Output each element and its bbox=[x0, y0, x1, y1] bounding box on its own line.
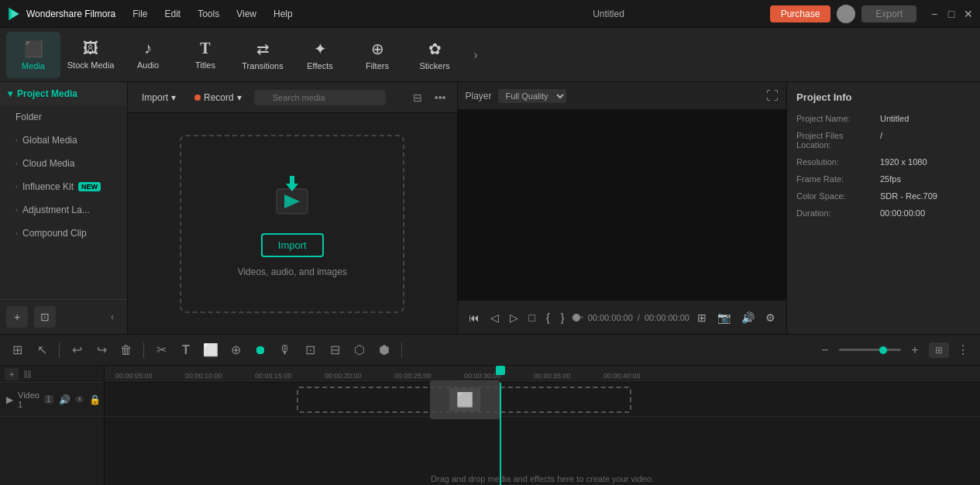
export-button[interactable]: Export bbox=[861, 5, 916, 22]
snapshot-button[interactable]: 📷 bbox=[714, 310, 734, 325]
track-content-video1[interactable]: ⬜ bbox=[105, 383, 980, 417]
frame-back-button[interactable]: ◁ bbox=[487, 310, 502, 325]
toolbar-more-button[interactable]: › bbox=[465, 44, 487, 66]
sidebar-footer: + ⊡ ‹ bbox=[0, 299, 127, 334]
text-button[interactable]: T bbox=[175, 339, 197, 361]
import-label: Import bbox=[142, 92, 168, 103]
drag-visual: ⬜ bbox=[456, 391, 473, 408]
info-value-colorspace: SDR - Rec.709 bbox=[880, 191, 937, 201]
more-timeline-button[interactable]: ⋮ bbox=[952, 339, 974, 361]
player-tab[interactable]: Player bbox=[466, 91, 492, 101]
delete-button[interactable]: 🗑 bbox=[115, 339, 137, 361]
more-options-button[interactable]: ••• bbox=[432, 90, 449, 105]
sidebar: ▾ Project Media Folder › Global Media › … bbox=[0, 82, 128, 334]
quality-select[interactable]: Full Quality bbox=[498, 89, 566, 103]
drag-icon: ⬜ bbox=[449, 388, 480, 411]
maximize-button[interactable]: □ bbox=[946, 9, 957, 19]
playhead-top bbox=[496, 366, 505, 375]
menu-help[interactable]: Help bbox=[266, 5, 301, 22]
media-toolbar: Import ▾ Record ▾ 🔍 ⊟ ••• bbox=[128, 82, 457, 113]
track-audio-button[interactable]: 🔊 bbox=[58, 394, 71, 406]
select-tool-button[interactable]: ↖ bbox=[31, 339, 53, 361]
record-button[interactable]: Record ▾ bbox=[188, 89, 248, 106]
import-media-button[interactable]: Import bbox=[261, 233, 324, 257]
track-eye-button[interactable]: 👁 bbox=[74, 394, 85, 406]
link-tracks-button[interactable]: ⛓ bbox=[23, 370, 32, 379]
cut-button[interactable]: ✂ bbox=[150, 339, 172, 361]
tool-stickers[interactable]: ✿ Stickers bbox=[407, 32, 462, 78]
tool-audio[interactable]: ♪ Audio bbox=[121, 32, 175, 78]
scene-detect-button[interactable]: ⊞ bbox=[6, 339, 28, 361]
sidebar-item-global-media[interactable]: › Global Media bbox=[0, 129, 127, 152]
info-value-location: / bbox=[880, 131, 882, 150]
sidebar-item-influence-kit[interactable]: › Influence Kit NEW bbox=[0, 175, 127, 198]
close-button[interactable]: ✕ bbox=[963, 9, 974, 19]
tool-transitions[interactable]: ⇄ Transitions bbox=[236, 32, 290, 78]
track-label-video1: Video 1 bbox=[18, 390, 40, 409]
zoom-out-button[interactable]: − bbox=[814, 339, 836, 361]
tool-media[interactable]: ⬛ Media bbox=[6, 32, 60, 78]
play-button[interactable]: ▷ bbox=[507, 310, 521, 325]
add-media-button[interactable]: ⊡ bbox=[34, 306, 56, 328]
snap-button[interactable]: ⏺ bbox=[249, 339, 271, 361]
zoom-slider[interactable] bbox=[839, 349, 901, 351]
filter-button[interactable]: ⊟ bbox=[410, 90, 425, 105]
menu-view[interactable]: View bbox=[229, 5, 264, 22]
sidebar-collapse-button[interactable]: ‹ bbox=[104, 308, 121, 325]
audio-button[interactable]: 🎙 bbox=[274, 339, 296, 361]
timeline-ruler-area: 00:00:05:00 00:00:10:00 00:00:15:00 00:0… bbox=[105, 366, 980, 485]
audio-button[interactable]: 🔊 bbox=[738, 310, 758, 325]
ruler-mark-7: 00:00:40:00 bbox=[603, 372, 673, 382]
add-to-timeline-button[interactable]: ⊞ bbox=[694, 310, 710, 325]
settings-button[interactable]: ⚙ bbox=[762, 310, 779, 325]
subtitle-button[interactable]: ⊡ bbox=[299, 339, 321, 361]
track-lock-button[interactable]: 🔒 bbox=[88, 394, 101, 406]
sidebar-item-cloud-media[interactable]: › Cloud Media bbox=[0, 152, 127, 175]
compound-clip-label: Compound Clip bbox=[22, 228, 87, 239]
color-button[interactable]: ⬢ bbox=[373, 339, 395, 361]
search-input[interactable] bbox=[254, 90, 386, 105]
toolbar-separator-3 bbox=[401, 342, 402, 358]
preview-screen bbox=[458, 110, 787, 300]
menu-file[interactable]: File bbox=[125, 5, 155, 22]
stop-button[interactable]: □ bbox=[526, 310, 538, 325]
ruler-ticks: 00:00:05:00 00:00:10:00 00:00:15:00 00:0… bbox=[105, 366, 980, 382]
tool-stock-media[interactable]: 🖼 Stock Media bbox=[64, 32, 118, 78]
menu-tools[interactable]: Tools bbox=[190, 5, 227, 22]
crop-button[interactable]: ⬜ bbox=[200, 339, 222, 361]
purchase-button[interactable]: Purchase bbox=[770, 5, 831, 22]
playhead[interactable] bbox=[500, 383, 501, 485]
minimize-button[interactable]: − bbox=[929, 9, 940, 19]
preview-fullscreen-icon[interactable]: ⛶ bbox=[766, 89, 779, 103]
timeline-drop-hint: Drag and drop media and effects here to … bbox=[105, 473, 980, 485]
media-content: Import Videos, audio, and images bbox=[128, 113, 457, 334]
timeline-toolbar: ⊞ ↖ ↩ ↪ 🗑 ✂ T ⬜ ⊕ ⏺ 🎙 ⊡ ⊟ ⬡ ⬢ − + ⊞ ⋮ bbox=[0, 335, 980, 366]
tool-effects[interactable]: ✦ Effects bbox=[293, 32, 347, 78]
import-button[interactable]: Import ▾ bbox=[136, 89, 182, 106]
avatar[interactable] bbox=[837, 5, 855, 23]
add-folder-button[interactable]: + bbox=[6, 306, 28, 328]
sidebar-header[interactable]: ▾ Project Media bbox=[0, 82, 127, 105]
tool-titles[interactable]: T Titles bbox=[178, 32, 232, 78]
zoom-in-button[interactable]: + bbox=[904, 339, 926, 361]
current-time: 00:00:00:00 bbox=[588, 313, 633, 322]
menu-edit[interactable]: Edit bbox=[157, 5, 189, 22]
pip-button[interactable]: ⊟ bbox=[324, 339, 346, 361]
motion-button[interactable]: ⬡ bbox=[349, 339, 370, 361]
view-options-button[interactable]: ⊞ bbox=[929, 342, 949, 358]
sidebar-item-adjustment-layer[interactable]: › Adjustment La... bbox=[0, 198, 127, 222]
redo-button[interactable]: ↪ bbox=[91, 339, 112, 361]
mark-in-button[interactable]: { bbox=[543, 310, 553, 325]
ripple-button[interactable]: ⊕ bbox=[225, 339, 246, 361]
time-slider[interactable] bbox=[572, 316, 583, 318]
time-separator: / bbox=[638, 313, 640, 322]
sidebar-item-folder[interactable]: Folder bbox=[0, 105, 127, 129]
preview-controls: ⏮ ◁ ▷ □ { } 00:00:00:00 / 00:00:00:00 ⊞ … bbox=[458, 300, 787, 334]
chevron-right-icon: › bbox=[15, 136, 18, 144]
tool-filters[interactable]: ⊕ Filters bbox=[350, 32, 404, 78]
add-media-track-button[interactable]: + bbox=[5, 368, 19, 380]
sidebar-item-compound-clip[interactable]: › Compound Clip bbox=[0, 222, 127, 245]
mark-out-button[interactable]: } bbox=[558, 310, 568, 325]
undo-button[interactable]: ↩ bbox=[66, 339, 88, 361]
skip-back-button[interactable]: ⏮ bbox=[466, 310, 483, 325]
